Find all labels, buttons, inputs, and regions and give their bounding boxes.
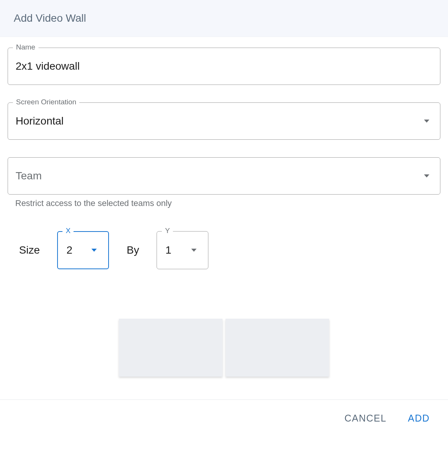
name-label: Name [13, 43, 38, 51]
name-field-wrapper: Name 2x1 videowall [8, 48, 440, 85]
chevron-down-icon [191, 249, 197, 252]
chevron-down-icon [91, 249, 97, 252]
dialog-content: Name 2x1 videowall Screen Orientation Ho… [0, 37, 448, 399]
team-field-wrapper: Team [8, 157, 440, 195]
name-value: 2x1 videowall [16, 60, 80, 72]
orientation-select[interactable]: Horizontal [8, 102, 440, 140]
size-y-wrapper: Y 1 [157, 231, 208, 269]
preview-tile [119, 319, 222, 377]
team-placeholder: Team [16, 170, 42, 182]
team-select[interactable]: Team [8, 157, 440, 195]
name-input[interactable]: 2x1 videowall [8, 48, 440, 85]
dialog-title: Add Video Wall [14, 12, 434, 24]
preview-tile [226, 319, 329, 377]
size-x-select[interactable]: 2 [57, 231, 109, 269]
size-y-select[interactable]: 1 [157, 231, 208, 269]
dialog-header: Add Video Wall [0, 0, 448, 37]
size-x-wrapper: X 2 [57, 231, 109, 269]
team-helper-text: Restrict access to the selected teams on… [8, 198, 440, 208]
add-button[interactable]: ADD [408, 413, 430, 424]
dialog-footer: CANCEL ADD [0, 399, 448, 437]
orientation-value: Horizontal [16, 115, 64, 127]
chevron-down-icon [424, 120, 429, 123]
orientation-field-wrapper: Screen Orientation Horizontal [8, 102, 440, 140]
chevron-down-icon [424, 174, 429, 177]
videowall-preview [8, 319, 440, 377]
size-label: Size [19, 244, 40, 256]
size-y-label: Y [162, 227, 173, 235]
size-x-value: 2 [66, 244, 72, 256]
orientation-label: Screen Orientation [13, 98, 79, 106]
cancel-button[interactable]: CANCEL [344, 413, 386, 424]
size-row: Size X 2 By Y 1 [8, 231, 440, 269]
size-y-value: 1 [165, 244, 171, 256]
size-x-label: X [62, 227, 74, 235]
size-separator: By [126, 244, 139, 256]
